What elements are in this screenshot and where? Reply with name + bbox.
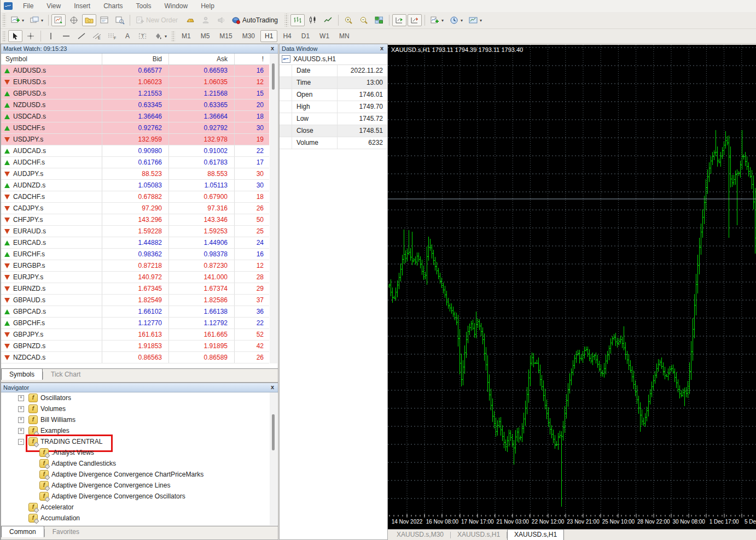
scrollbar-thumb[interactable] <box>272 414 275 450</box>
market-watch-row-eurgbp-s[interactable]: EURGBP.s0.872180.8723012 <box>1 260 269 272</box>
col-bid[interactable]: Bid <box>102 54 169 64</box>
autotrading-button[interactable]: AutoTrading <box>229 14 282 26</box>
tree-expand-icon[interactable]: - <box>18 439 24 445</box>
close-icon[interactable]: x <box>269 45 276 52</box>
chevron-down-icon[interactable]: ▾ <box>165 34 167 39</box>
navigator-item-adaptive-divergence-convergence-chartpricemarks[interactable]: fAdaptive Divergence Convergence ChartPr… <box>1 469 269 480</box>
strategy-tester-button[interactable] <box>113 14 127 26</box>
market-watch-row-usdcad-s[interactable]: USDCAD.s1.366461.3666418 <box>1 111 269 122</box>
market-watch-row-audchf-s[interactable]: AUDCHF.s0.617660.6178317 <box>1 157 269 168</box>
menu-file[interactable]: File <box>17 1 39 11</box>
col-spread[interactable]: ! <box>235 54 269 64</box>
toolbar-grip[interactable] <box>171 31 175 42</box>
navigator-toggle[interactable] <box>82 14 96 26</box>
timeframe-d1[interactable]: D1 <box>297 30 314 42</box>
market-watch-row-audnzd-s[interactable]: AUDNZD.s1.050831.0511330 <box>1 180 269 191</box>
trendline-button[interactable] <box>74 30 89 42</box>
market-watch-row-nzdcad-s[interactable]: NZDCAD.s0.865630.8658926 <box>1 352 269 363</box>
text-button[interactable]: A <box>120 30 135 42</box>
hline-button[interactable] <box>59 30 73 42</box>
navigator-scrollbar[interactable] <box>270 392 277 525</box>
candlestick-button[interactable] <box>306 14 320 26</box>
navigator-item-accelerator[interactable]: fAccelerator <box>1 502 269 513</box>
navigator-item--analyst-views[interactable]: f.Analyst Views <box>1 447 269 458</box>
menu-insert[interactable]: Insert <box>68 1 96 11</box>
toolbar-grip[interactable] <box>284 14 288 27</box>
menu-charts[interactable]: Charts <box>97 1 129 11</box>
periods-button[interactable]: ▾ <box>447 14 465 26</box>
tree-expand-icon[interactable]: + <box>18 428 24 434</box>
navigator-item-adaptive-divergence-convergence-lines[interactable]: fAdaptive Divergence Convergence Lines <box>1 480 269 491</box>
profiles-button[interactable]: ▾ <box>27 14 45 26</box>
data-window-toggle[interactable] <box>67 14 81 26</box>
chevron-down-icon[interactable]: ▾ <box>461 18 463 23</box>
navigator-tab-common[interactable]: Common <box>1 526 44 537</box>
tree-expand-icon[interactable]: + <box>18 395 24 401</box>
zoom-out-button[interactable] <box>357 14 371 26</box>
price-chart[interactable]: 14 Nov 202216 Nov 08:0017 Nov 17:0021 No… <box>388 45 756 529</box>
market-watch-row-gbpnzd-s[interactable]: GBPNZD.s1.918531.9189542 <box>1 341 269 352</box>
market-watch-row-eurcad-s[interactable]: EURCAD.s1.448821.4490624 <box>1 237 269 249</box>
new-chart-button[interactable]: ▾ <box>8 14 26 26</box>
timeframe-m1[interactable]: M1 <box>177 30 195 42</box>
navigator-item-adaptive-divergence-convergence-oscillators[interactable]: fAdaptive Divergence Convergence Oscilla… <box>1 491 269 502</box>
market-watch-titlebar[interactable]: Market Watch: 09:15:23 x <box>1 44 278 54</box>
chevron-down-icon[interactable]: ▾ <box>480 18 482 23</box>
channel-button[interactable]: E <box>90 30 104 42</box>
text-label-button[interactable]: T <box>136 30 150 42</box>
timeframe-mn[interactable]: MN <box>335 30 354 42</box>
cursor-button[interactable] <box>8 30 22 42</box>
tree-expand-icon[interactable]: + <box>18 417 24 423</box>
templates-button[interactable]: ▾ <box>466 14 484 26</box>
market-watch-row-usdjpy-s[interactable]: USDJPY.s132.959132.97819 <box>1 134 269 145</box>
navigator-item-oscillators[interactable]: +fOscillators <box>1 392 269 403</box>
menu-help[interactable]: Help <box>195 1 220 11</box>
market-watch-row-audusd-s[interactable]: AUDUSD.s0.665770.6659316 <box>1 65 269 77</box>
menu-tools[interactable]: Tools <box>130 1 158 11</box>
market-watch-row-eurchf-s[interactable]: EURCHF.s0.983620.9837816 <box>1 249 269 260</box>
sounds-button[interactable] <box>214 14 228 26</box>
market-watch-row-eurjpy-s[interactable]: EURJPY.s140.972141.00028 <box>1 272 269 283</box>
market-watch-row-gbpchf-s[interactable]: GBPCHF.s1.127701.1279222 <box>1 318 269 329</box>
navigator-item-accumulation[interactable]: fAccumulation <box>1 513 269 524</box>
navigator-titlebar[interactable]: Navigator x <box>1 383 278 392</box>
line-chart-button[interactable] <box>321 14 335 26</box>
market-watch-row-gbpjpy-s[interactable]: GBPJPY.s161.613161.66552 <box>1 329 269 341</box>
market-watch-row-euraud-s[interactable]: EURAUD.s1.592281.5925325 <box>1 226 269 237</box>
tree-expand-icon[interactable]: + <box>18 406 24 412</box>
chart-shift-button[interactable] <box>408 14 422 26</box>
chart-tab-1-xauusd-s-h1[interactable]: XAUUSD.s,H1 <box>451 530 507 540</box>
timeframe-m5[interactable]: M5 <box>196 30 214 42</box>
chart-tab-0-xauusd-s-m30[interactable]: XAUUSD.s,M30 <box>390 530 450 540</box>
market-watch-tab-symbols[interactable]: Symbols <box>1 368 43 380</box>
zoom-in-button[interactable] <box>341 14 356 26</box>
candlestick-chart-canvas[interactable]: 14 Nov 202216 Nov 08:0017 Nov 17:0021 No… <box>388 45 756 529</box>
market-watch-row-eurusd-s[interactable]: EURUSD.s1.060231.0603512 <box>1 77 269 88</box>
market-watch-row-eurnzd-s[interactable]: EURNZD.s1.673451.6737429 <box>1 283 269 295</box>
market-watch-row-cadchf-s[interactable]: CADCHF.s0.678820.6790018 <box>1 191 269 203</box>
expert-advisor-button[interactable] <box>199 14 213 26</box>
market-watch-row-cadjpy-s[interactable]: CADJPY.s97.29097.31626 <box>1 203 269 214</box>
timeframe-m30[interactable]: M30 <box>238 30 259 42</box>
vline-button[interactable] <box>44 30 58 42</box>
col-symbol[interactable]: Symbol <box>1 54 102 64</box>
tile-windows-button[interactable] <box>372 14 386 26</box>
chart-tab-2-xauusd-s-h1[interactable]: XAUUSD.s,H1 <box>507 529 564 540</box>
indicators-button[interactable]: ▾ <box>428 14 446 26</box>
market-watch-row-gbpcad-s[interactable]: GBPCAD.s1.661021.6613836 <box>1 306 269 318</box>
scrollbar-thumb[interactable] <box>272 63 275 90</box>
crosshair-button[interactable] <box>24 30 38 42</box>
auto-scroll-button[interactable] <box>392 14 406 26</box>
toolbar-grip[interactable] <box>2 31 6 42</box>
market-watch-row-audjpy-s[interactable]: AUDJPY.s88.52388.55330 <box>1 168 269 180</box>
market-watch-scrollbar[interactable] <box>270 54 277 363</box>
navigator-tab-favorites[interactable]: Favorites <box>45 526 87 537</box>
market-watch-row-gbpaud-s[interactable]: GBPAUD.s1.825491.8258637 <box>1 295 269 306</box>
chevron-down-icon[interactable]: ▾ <box>41 18 43 23</box>
market-watch-row-nzdusd-s[interactable]: NZDUSD.s0.633450.6336520 <box>1 99 269 111</box>
menu-window[interactable]: Window <box>159 1 194 11</box>
close-icon[interactable]: x <box>269 384 276 391</box>
chevron-down-icon[interactable]: ▾ <box>22 18 24 23</box>
col-ask[interactable]: Ask <box>169 54 235 64</box>
market-watch-row-audcad-s[interactable]: AUDCAD.s0.909800.9100222 <box>1 145 269 157</box>
